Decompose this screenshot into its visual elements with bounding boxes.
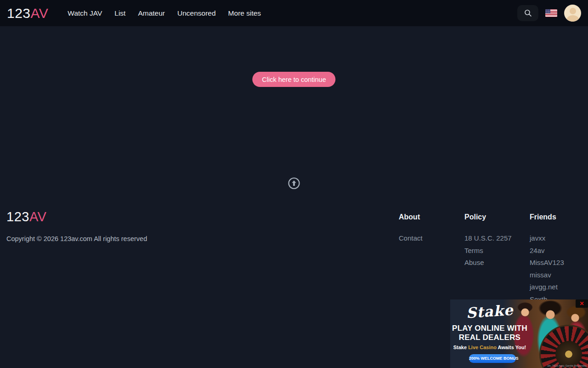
site-logo-text-123: 123	[7, 6, 31, 21]
footer-logo[interactable]: 123AV	[6, 209, 46, 224]
list-item: javxx	[530, 234, 588, 242]
list-item: 18 U.S.C. 2257	[464, 234, 529, 242]
welcome-bonus-button[interactable]: 200% WELCOME BONUS	[469, 354, 516, 363]
footer-logo-text-123: 123	[6, 209, 29, 224]
site-logo-text-av: AV	[31, 6, 49, 21]
stake-ad-banner[interactable]: Stake PLAY ONLINE WITH REAL DEALERS Stak…	[450, 299, 588, 368]
footer-link-abuse[interactable]: Abuse	[464, 259, 484, 267]
footer-column-policy: Policy 18 U.S.C. 2257 Terms Abuse	[464, 213, 529, 271]
navbar-right-cluster	[517, 5, 581, 22]
ad-close-button[interactable]: ✕	[576, 299, 588, 308]
ad-headline-line2: REAL DEALERS	[450, 333, 529, 342]
page: { "navbar": { "logo": { "part1": "123", …	[0, 0, 588, 368]
footer-link-terms[interactable]: Terms	[464, 247, 483, 255]
main-nav: Watch JAV List Amateur Uncensored More s…	[68, 9, 261, 17]
ad-subline-pre: Stake	[453, 345, 468, 350]
ad-headline-line1: PLAY ONLINE WITH	[450, 324, 529, 333]
footer-link-missav123[interactable]: MissAV123	[530, 259, 564, 267]
ad-subline-post: Awaits You!	[497, 345, 526, 350]
footer-link-javxx[interactable]: javxx	[530, 234, 545, 242]
search-button[interactable]	[517, 5, 538, 21]
footer-column-friends: Friends javxx 24av MissAV123 missav javg…	[530, 213, 588, 308]
footer-link-contact[interactable]: Contact	[399, 234, 423, 242]
nav-item-amateur[interactable]: Amateur	[138, 9, 165, 17]
copyright-text: Copyright © 2026 123av.com All rights re…	[6, 235, 147, 242]
footer-column-about: About Contact	[399, 213, 463, 247]
list-item: javgg.net	[530, 283, 588, 291]
continue-button[interactable]: Click here to continue	[252, 72, 335, 87]
scroll-to-top-button[interactable]	[288, 177, 301, 190]
search-icon	[524, 9, 532, 17]
footer-link-24av[interactable]: 24av	[530, 247, 545, 255]
ad-subline-highlight: Live Casino	[468, 345, 497, 350]
footer-link-2257[interactable]: 18 U.S.C. 2257	[464, 234, 512, 242]
list-item: Contact	[399, 234, 463, 242]
footer-column-policy-title: Policy	[464, 213, 529, 221]
nav-item-list[interactable]: List	[114, 9, 125, 17]
navbar: 123AV Watch JAV List Amateur Uncensored …	[0, 0, 588, 26]
ad-content: Stake PLAY ONLINE WITH REAL DEALERS Stak…	[450, 299, 529, 363]
list-item: Terms	[464, 247, 529, 255]
list-item: Abuse	[464, 259, 529, 267]
footer-column-about-title: About	[399, 213, 463, 221]
ad-subline: Stake Live Casino Awaits You!	[450, 345, 529, 350]
ad-disclaimer-text: 18+, T&Cs Apply, Gamble Responsibly	[547, 364, 587, 367]
stake-logo: Stake	[450, 300, 530, 322]
nav-item-more-sites[interactable]: More sites	[228, 9, 261, 17]
roulette-wheel-image	[539, 325, 588, 368]
nav-item-watch-jav[interactable]: Watch JAV	[68, 9, 102, 17]
list-item: missav	[530, 271, 588, 279]
footer-link-missav[interactable]: missav	[530, 271, 551, 279]
footer-link-javgg[interactable]: javgg.net	[530, 283, 558, 291]
footer-logo-text-av: AV	[29, 209, 47, 224]
us-flag-icon[interactable]	[545, 9, 557, 17]
list-item: MissAV123	[530, 259, 588, 267]
site-logo[interactable]: 123AV	[7, 6, 48, 21]
user-avatar[interactable]	[564, 5, 581, 22]
nav-item-uncensored[interactable]: Uncensored	[177, 9, 216, 17]
footer-column-friends-title: Friends	[530, 213, 588, 221]
arrow-up-circle-icon	[288, 177, 301, 190]
list-item: 24av	[530, 247, 588, 255]
ad-headline: PLAY ONLINE WITH REAL DEALERS	[450, 324, 529, 342]
